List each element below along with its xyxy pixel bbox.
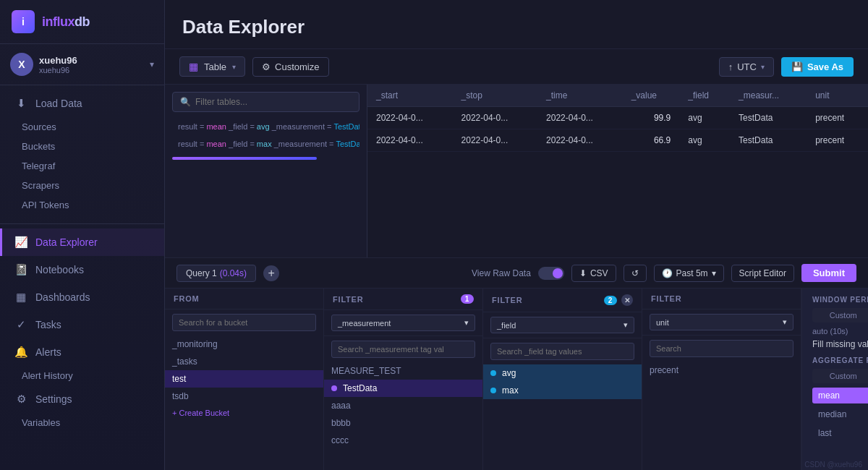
sidebar-item-variables[interactable]: Variables bbox=[0, 413, 164, 432]
sidebar-item-notebooks[interactable]: 📓 Notebooks bbox=[0, 256, 164, 283]
view-label: Table bbox=[204, 61, 226, 72]
sidebar-item-telegraf[interactable]: Telegraf bbox=[0, 156, 164, 176]
list-item[interactable]: avg bbox=[483, 364, 642, 382]
list-item[interactable]: max bbox=[483, 382, 642, 399]
sidebar-item-label: Load Data bbox=[35, 98, 82, 109]
list-item[interactable]: bbbb bbox=[324, 414, 482, 432]
list-item[interactable]: _tasks bbox=[165, 353, 323, 370]
customize-button[interactable]: ⚙ Customize bbox=[252, 57, 328, 77]
list-item[interactable]: TestData bbox=[324, 380, 482, 397]
create-bucket-item[interactable]: + Create Bucket bbox=[165, 405, 323, 421]
list-item[interactable]: _monitoring bbox=[165, 336, 323, 353]
func-median[interactable]: median bbox=[812, 406, 868, 422]
add-query-button[interactable]: + bbox=[263, 265, 279, 281]
time-range-button[interactable]: 🕐 Past 5m ▾ bbox=[654, 265, 724, 282]
submit-button[interactable]: Submit bbox=[801, 264, 856, 282]
sidebar-item-label: Tasks bbox=[35, 319, 61, 330]
list-item[interactable]: MEASURE_TEST bbox=[324, 362, 482, 380]
refresh-button[interactable]: ↺ bbox=[624, 265, 647, 282]
sidebar-item-dashboards[interactable]: ▦ Dashboards bbox=[0, 283, 164, 311]
sidebar-item-label: Notebooks bbox=[35, 264, 84, 275]
main-toolbar: ▦ Table ▾ ⚙ Customize ↑ UTC ▾ 💾 Save As bbox=[165, 49, 868, 85]
cell-unit: precent bbox=[807, 129, 868, 152]
measurement-search-input[interactable] bbox=[331, 341, 475, 358]
list-item[interactable]: test bbox=[165, 370, 323, 388]
field-search-input[interactable] bbox=[490, 343, 634, 360]
func-last[interactable]: last bbox=[812, 425, 868, 441]
close-filter-button[interactable]: ✕ bbox=[621, 294, 633, 306]
window-period-panel: WINDOW PERIOD Custom Auto auto (10s) Fil… bbox=[801, 289, 868, 470]
filter-tables-input[interactable]: 🔍 bbox=[172, 92, 359, 112]
utc-label: UTC bbox=[737, 61, 757, 72]
list-item[interactable]: precent bbox=[642, 362, 801, 379]
aggregate-function-title: AGGREGATE FUNCTION bbox=[812, 356, 868, 364]
unit-dropdown[interactable]: unit ▾ bbox=[650, 314, 793, 330]
unit-dropdown-row: unit ▾ bbox=[642, 309, 801, 336]
cell-time: 2022-04-0... bbox=[537, 107, 623, 129]
sidebar-item-sources[interactable]: Sources bbox=[0, 117, 164, 137]
query-row[interactable]: result = mean _field = avg _measurement … bbox=[172, 118, 359, 135]
custom-aggregate-option[interactable]: Custom bbox=[812, 369, 868, 383]
table-row: 2022-04-0... 2022-04-0... 2022-04-0... 9… bbox=[367, 107, 868, 129]
csv-button[interactable]: ⬇ CSV bbox=[571, 265, 616, 282]
chevron-down-icon: ▾ bbox=[761, 63, 765, 71]
filter-unit-header: Filter bbox=[642, 289, 801, 309]
col-unit: unit bbox=[807, 85, 868, 107]
chevron-down-icon: ▾ bbox=[464, 318, 469, 328]
dashboards-icon: ▦ bbox=[14, 290, 28, 304]
col-value: _value bbox=[623, 85, 680, 107]
time-range-label: Past 5m bbox=[676, 268, 708, 278]
view-raw-toggle[interactable] bbox=[538, 267, 564, 280]
sidebar-item-buckets[interactable]: Buckets bbox=[0, 137, 164, 156]
filter-measurement-panel: Filter 1 _measurement ▾ MEASURE_TEST bbox=[324, 289, 483, 470]
utc-selector[interactable]: ↑ UTC ▾ bbox=[719, 57, 774, 77]
sidebar-item-tasks[interactable]: ✓ Tasks bbox=[0, 311, 164, 338]
query-tab-label: Query 1 bbox=[186, 268, 217, 278]
filter-badge: 1 bbox=[461, 294, 474, 304]
sidebar-item-settings[interactable]: ⚙ Settings bbox=[0, 385, 164, 413]
list-item[interactable]: aaaa bbox=[324, 397, 482, 414]
query-tab[interactable]: Query 1 (0.04s) bbox=[176, 265, 256, 282]
page-title: Data Explorer bbox=[165, 0, 868, 49]
horizontal-scrollbar[interactable] bbox=[172, 157, 317, 160]
bucket-search-input[interactable] bbox=[172, 314, 316, 331]
func-mean[interactable]: mean bbox=[812, 388, 868, 403]
results-table: _start _stop _time _value _field _measur… bbox=[367, 85, 868, 257]
sidebar-item-label: Alerts bbox=[35, 346, 61, 358]
chevron-down-icon: ▾ bbox=[624, 320, 628, 330]
measurement-list: MEASURE_TEST TestData aaaa bbbb cccc bbox=[324, 362, 482, 470]
sidebar-item-data-explorer[interactable]: 📈 Data Explorer bbox=[0, 228, 164, 256]
sidebar-item-alerts[interactable]: 🔔 Alerts bbox=[0, 338, 164, 366]
sidebar-item-load-data[interactable]: ⬇ Load Data bbox=[0, 90, 164, 117]
list-item[interactable]: cccc bbox=[324, 432, 482, 449]
list-item[interactable]: tsdb bbox=[165, 388, 323, 405]
query-list-panel: 🔍 result = mean _field = avg _measuremen… bbox=[165, 85, 367, 257]
view-selector[interactable]: ▦ Table ▾ bbox=[179, 56, 245, 77]
aggregate-toggle: Custom Auto bbox=[812, 369, 868, 383]
download-icon: ⬇ bbox=[579, 268, 587, 278]
custom-period-option[interactable]: Custom bbox=[812, 308, 868, 322]
cell-value: 99.9 bbox=[623, 107, 680, 129]
filter-tables-field[interactable] bbox=[195, 97, 352, 107]
selected-indicator bbox=[490, 388, 496, 393]
unit-search-input[interactable] bbox=[650, 340, 793, 357]
save-as-label: Save As bbox=[807, 61, 843, 72]
cell-start: 2022-04-0... bbox=[367, 129, 453, 152]
notebooks-icon: 📓 bbox=[14, 262, 28, 277]
measurement-dropdown[interactable]: _measurement ▾ bbox=[331, 315, 475, 331]
col-measurement: _measur... bbox=[730, 85, 807, 107]
table-row: 2022-04-0... 2022-04-0... 2022-04-0... 6… bbox=[367, 129, 868, 152]
user-menu[interactable]: X xuehu96 xuehu96 ▾ bbox=[0, 44, 164, 85]
save-as-button[interactable]: 💾 Save As bbox=[781, 57, 854, 77]
col-stop: _stop bbox=[453, 85, 538, 107]
sidebar-item-alert-history[interactable]: Alert History bbox=[0, 366, 164, 385]
query-builder-toolbar: Query 1 (0.04s) + View Raw Data ⬇ CSV ↺ … bbox=[165, 258, 868, 289]
filter-unit-panel: Filter unit ▾ precent bbox=[642, 289, 801, 470]
query-row[interactable]: result = mean _field = max _measurement … bbox=[172, 135, 359, 153]
sidebar-item-label: Data Explorer bbox=[35, 236, 98, 248]
script-editor-button[interactable]: Script Editor bbox=[731, 265, 794, 282]
field-dropdown[interactable]: _field ▾ bbox=[490, 317, 634, 333]
sidebar-item-label: Dashboards bbox=[35, 291, 90, 303]
sidebar-item-scrapers[interactable]: Scrapers bbox=[0, 176, 164, 195]
sidebar-item-api-tokens[interactable]: API Tokens bbox=[0, 195, 164, 215]
